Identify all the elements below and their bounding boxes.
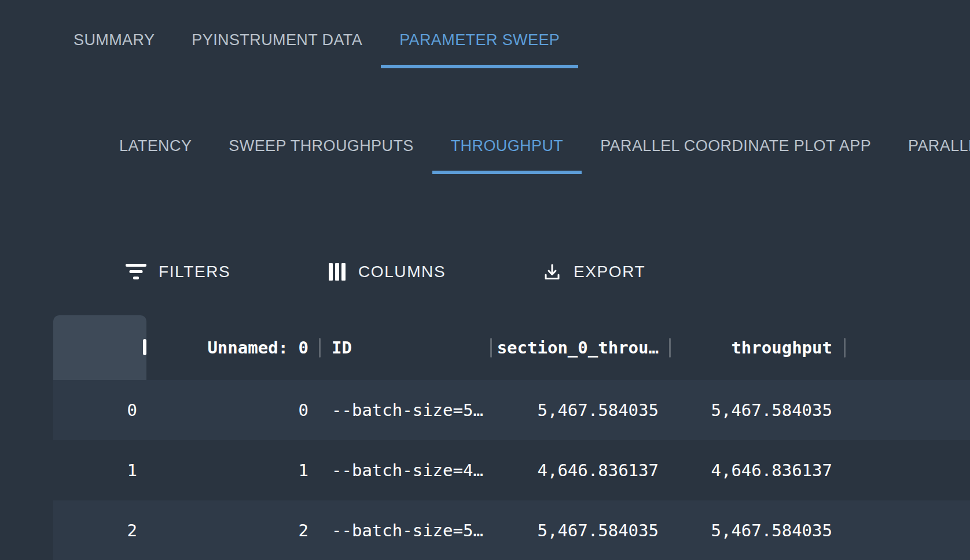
cell-unnamed-0[interactable]: 2 [146, 521, 320, 540]
cell-id[interactable]: --batch-size=4… [320, 460, 491, 480]
columns-button-label: COLUMNS [358, 263, 446, 281]
export-button[interactable]: EXPORT [543, 253, 645, 290]
column-separator[interactable] [490, 338, 492, 358]
column-resize-handle[interactable] [143, 339, 146, 355]
tab-sweep-throughputs[interactable]: SWEEP THROUGHPUTS [210, 118, 432, 174]
header-id[interactable]: ID [320, 338, 491, 358]
download-icon [543, 263, 561, 281]
cell-throughput[interactable]: 5,467.584035 [670, 400, 845, 420]
tab-throughput[interactable]: THROUGHPUT [432, 118, 582, 174]
table-row[interactable]: 2 2 --batch-size=5… 5,467.584035 5,467.5… [53, 500, 970, 560]
grid-header-row: Unnamed: 0 ID section_0_throu… throughpu… [53, 315, 970, 380]
cell-id[interactable]: --batch-size=5… [320, 400, 491, 420]
secondary-tab-bar: LATENCY SWEEP THROUGHPUTS THROUGHPUT PAR… [101, 118, 970, 174]
cell-id[interactable]: --batch-size=5… [320, 521, 491, 540]
column-separator[interactable] [319, 338, 321, 358]
table-row[interactable]: 1 1 --batch-size=4… 4,646.836137 4,646.8… [53, 440, 970, 500]
cell-throughput[interactable]: 4,646.836137 [670, 460, 845, 480]
primary-tab-bar: SUMMARY PYINSTRUMENT DATA PARAMETER SWEE… [55, 12, 578, 68]
cell-row-index[interactable]: 0 [53, 400, 146, 420]
cell-section-0-throughput[interactable]: 5,467.584035 [491, 400, 670, 420]
cell-row-index[interactable]: 1 [53, 460, 146, 480]
cell-throughput[interactable]: 5,467.584035 [670, 521, 845, 540]
table-row[interactable]: 0 0 --batch-size=5… 5,467.584035 5,467.5… [53, 380, 970, 440]
tab-parameter-sweep[interactable]: PARAMETER SWEEP [381, 12, 578, 68]
tab-parallel-coordinate-plot-app[interactable]: PARALLEL COORDINATE PLOT APP [582, 118, 890, 174]
header-section-0-throughput[interactable]: section_0_throu… [491, 338, 670, 358]
tab-summary[interactable]: SUMMARY [55, 12, 173, 68]
filter-icon [126, 263, 146, 281]
cell-unnamed-0[interactable]: 1 [146, 460, 320, 480]
tab-latency[interactable]: LATENCY [101, 118, 210, 174]
app-window: SUMMARY PYINSTRUMENT DATA PARAMETER SWEE… [0, 0, 970, 560]
tab-pyinstrument-data[interactable]: PYINSTRUMENT DATA [173, 12, 381, 68]
header-throughput[interactable]: throughput [670, 338, 845, 358]
tab-parallel-coordinate-plot-clipped[interactable]: PARALLEL CO [890, 118, 970, 174]
cell-unnamed-0[interactable]: 0 [146, 400, 320, 420]
filters-button-label: FILTERS [159, 263, 230, 281]
columns-icon [329, 263, 346, 281]
column-separator[interactable] [669, 338, 671, 358]
cell-section-0-throughput[interactable]: 5,467.584035 [491, 521, 670, 540]
header-unnamed-0[interactable]: Unnamed: 0 [146, 338, 320, 358]
filters-button[interactable]: FILTERS [126, 253, 230, 290]
columns-button[interactable]: COLUMNS [329, 253, 446, 290]
cell-section-0-throughput[interactable]: 4,646.836137 [491, 460, 670, 480]
cell-row-index[interactable]: 2 [53, 521, 146, 540]
export-button-label: EXPORT [574, 263, 645, 281]
column-separator[interactable] [844, 338, 846, 358]
